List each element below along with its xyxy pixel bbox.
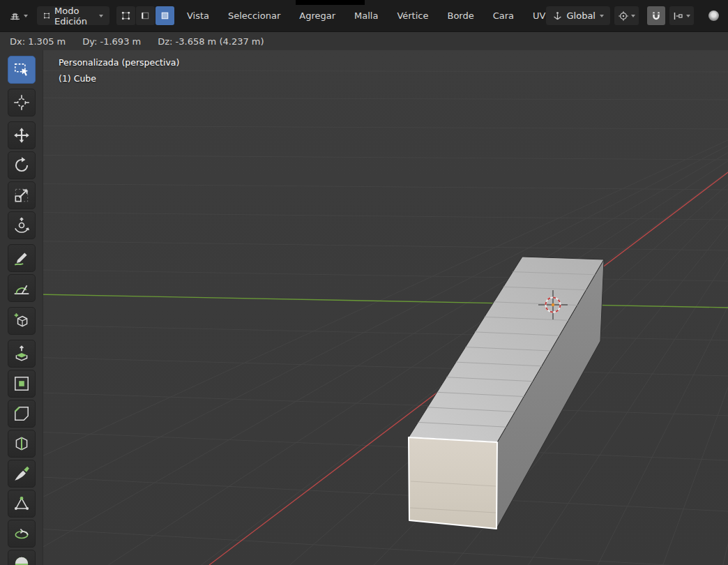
menu-malla[interactable]: Malla xyxy=(354,10,378,21)
scale-icon xyxy=(13,186,31,204)
vertex-select-icon xyxy=(121,10,131,21)
measure-icon xyxy=(13,279,31,297)
active-object-label: (1) Cube xyxy=(59,73,96,84)
tool-move[interactable] xyxy=(8,121,36,149)
menu-agregar[interactable]: Agregar xyxy=(299,10,335,21)
editor-type-selector[interactable] xyxy=(6,7,31,24)
menu-cara[interactable]: Cara xyxy=(493,10,514,21)
menu-vertice[interactable]: Vértice xyxy=(397,10,428,21)
viewport-scene xyxy=(0,50,728,565)
tool-add-cube[interactable] xyxy=(8,307,36,335)
menu-seleccionar[interactable]: Seleccionar xyxy=(228,10,280,21)
menu-borde[interactable]: Borde xyxy=(447,10,473,21)
snap-settings-dropdown[interactable] xyxy=(669,6,694,25)
tool-cursor[interactable] xyxy=(8,89,36,116)
snap-toggle-button[interactable] xyxy=(647,6,665,25)
delta-z-readout: Dz: -3.658 m (4.237 m) xyxy=(158,36,264,47)
tool-knife[interactable] xyxy=(8,460,36,488)
transform-readout-bar: Dx: 1.305 m Dy: -1.693 m Dz: -3.658 m (4… xyxy=(0,31,728,50)
proportional-editing-toggle[interactable] xyxy=(705,6,722,25)
pivot-point-icon xyxy=(618,10,629,22)
poly-build-icon xyxy=(13,495,31,513)
tool-poly-build[interactable] xyxy=(8,490,36,518)
tool-inset-faces[interactable] xyxy=(8,370,36,398)
inset-faces-icon xyxy=(13,375,31,393)
tool-transform[interactable] xyxy=(8,211,36,239)
viewport-editor-icon xyxy=(9,10,21,22)
select-box-icon xyxy=(13,61,31,79)
move-icon xyxy=(13,126,31,144)
proportional-editing-icon xyxy=(708,10,719,21)
face-select-icon xyxy=(160,10,170,21)
menu-bar: Vista Seleccionar Agregar Malla Vértice … xyxy=(187,10,546,21)
cube-selected-front-face[interactable] xyxy=(409,437,497,529)
snap-target-icon xyxy=(673,10,684,22)
tool-select-box[interactable] xyxy=(8,56,36,84)
chevron-down-icon xyxy=(24,15,28,17)
rotate-icon xyxy=(13,156,31,174)
tool-annotate[interactable] xyxy=(8,244,36,272)
tool-scale[interactable] xyxy=(8,181,36,209)
chevron-down-icon xyxy=(99,15,103,17)
tool-bevel[interactable] xyxy=(8,400,36,428)
extrude-region-icon xyxy=(13,345,31,363)
mode-label: Modo Edición xyxy=(54,6,95,27)
selection-median-dot xyxy=(552,303,554,306)
tool-loop-cut[interactable] xyxy=(8,430,36,458)
menu-vista[interactable]: Vista xyxy=(187,10,209,21)
transform-orientation-dropdown[interactable]: Global xyxy=(546,6,610,25)
magnet-icon xyxy=(651,10,662,22)
vertex-select-button[interactable] xyxy=(116,6,135,25)
edit-mode-cube-icon xyxy=(43,10,50,21)
delta-y-readout: Dy: -1.693 m xyxy=(82,36,141,47)
delta-x-readout: Dx: 1.305 m xyxy=(10,36,66,47)
cursor-3d-icon xyxy=(13,93,31,112)
loop-cut-icon xyxy=(13,435,31,453)
orientation-axes-icon xyxy=(552,10,563,21)
chevron-down-icon xyxy=(686,15,690,17)
tool-measure[interactable] xyxy=(8,274,36,302)
bevel-icon xyxy=(13,405,31,423)
tool-extrude-region[interactable] xyxy=(8,340,36,368)
spin-icon xyxy=(13,525,31,543)
tool-shelf xyxy=(0,50,43,565)
tool-rotate[interactable] xyxy=(8,151,36,179)
knife-icon xyxy=(13,465,31,483)
edge-select-icon xyxy=(140,10,151,21)
orientation-label: Global xyxy=(567,10,596,21)
view-name-label: Personalizada (perspectiva) xyxy=(59,57,179,68)
transform-icon xyxy=(13,216,31,234)
add-cube-icon xyxy=(13,312,31,330)
tool-smooth[interactable] xyxy=(8,550,36,565)
window-top-artifact xyxy=(296,0,365,5)
pivot-point-dropdown[interactable] xyxy=(614,6,639,25)
menu-uv[interactable]: UV xyxy=(533,10,545,21)
tool-spin[interactable] xyxy=(8,520,36,548)
annotate-pencil-icon xyxy=(13,249,31,267)
chevron-down-icon xyxy=(631,15,635,17)
mode-selector[interactable]: Modo Edición xyxy=(37,6,109,25)
mesh-select-mode-group xyxy=(116,6,174,25)
header-right-cluster: Global xyxy=(546,6,722,25)
edge-select-button[interactable] xyxy=(136,6,155,25)
viewport-3d[interactable]: Personalizada (perspectiva) (1) Cube xyxy=(0,50,728,565)
chevron-down-icon xyxy=(600,15,604,17)
face-select-button[interactable] xyxy=(156,6,174,25)
smooth-icon xyxy=(13,555,31,565)
